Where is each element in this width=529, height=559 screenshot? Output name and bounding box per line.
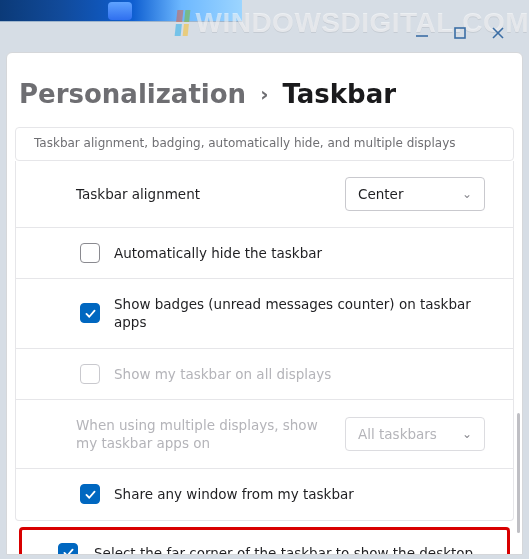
- far-corner-row-highlighted: Select the far corner of the taskbar to …: [19, 527, 510, 555]
- breadcrumb-parent[interactable]: Personalization: [19, 79, 246, 109]
- settings-page: Personalization › Taskbar Taskbar alignm…: [6, 52, 523, 555]
- auto-hide-label: Automatically hide the taskbar: [114, 244, 322, 262]
- multi-display-value: All taskbars: [358, 425, 437, 443]
- taskbar-alignment-row: Taskbar alignment Center ⌄: [15, 161, 514, 228]
- all-displays-label: Show my taskbar on all displays: [114, 365, 331, 383]
- all-displays-checkbox: [80, 364, 100, 384]
- auto-hide-row: Automatically hide the taskbar: [15, 228, 514, 279]
- share-window-label: Share any window from my taskbar: [114, 485, 354, 503]
- scrollbar-thumb[interactable]: [517, 413, 520, 533]
- multi-display-label: When using multiple displays, show my ta…: [76, 416, 331, 452]
- window-controls: [415, 26, 505, 40]
- multi-display-dropdown: All taskbars ⌄: [345, 417, 485, 451]
- share-window-row: Share any window from my taskbar: [15, 469, 514, 520]
- desktop-thumbnail-strip: [0, 0, 242, 22]
- share-window-checkbox[interactable]: [80, 484, 100, 504]
- taskbar-alignment-label: Taskbar alignment: [76, 185, 331, 203]
- all-displays-row: Show my taskbar on all displays: [15, 349, 514, 400]
- taskbar-alignment-value: Center: [358, 185, 403, 203]
- badges-label: Show badges (unread messages counter) on…: [114, 295, 495, 331]
- chevron-down-icon: ⌄: [462, 426, 472, 442]
- maximize-icon[interactable]: [453, 26, 467, 40]
- multi-display-row: When using multiple displays, show my ta…: [15, 400, 514, 469]
- chevron-down-icon: ⌄: [462, 186, 472, 202]
- close-icon[interactable]: [491, 26, 505, 40]
- minimize-icon[interactable]: [415, 26, 429, 40]
- chevron-right-icon: ›: [260, 82, 268, 106]
- taskbar-behaviors-panel: Taskbar alignment, badging, automaticall…: [15, 127, 514, 521]
- far-corner-checkbox[interactable]: [58, 543, 78, 555]
- auto-hide-checkbox[interactable]: [80, 243, 100, 263]
- section-description: Taskbar alignment, badging, automaticall…: [15, 127, 514, 161]
- badges-row: Show badges (unread messages counter) on…: [15, 279, 514, 348]
- svg-rect-1: [455, 28, 465, 38]
- breadcrumb: Personalization › Taskbar: [7, 53, 522, 127]
- badges-checkbox[interactable]: [80, 303, 100, 323]
- taskbar-alignment-dropdown[interactable]: Center ⌄: [345, 177, 485, 211]
- page-title: Taskbar: [282, 79, 396, 109]
- far-corner-label: Select the far corner of the taskbar to …: [94, 544, 473, 555]
